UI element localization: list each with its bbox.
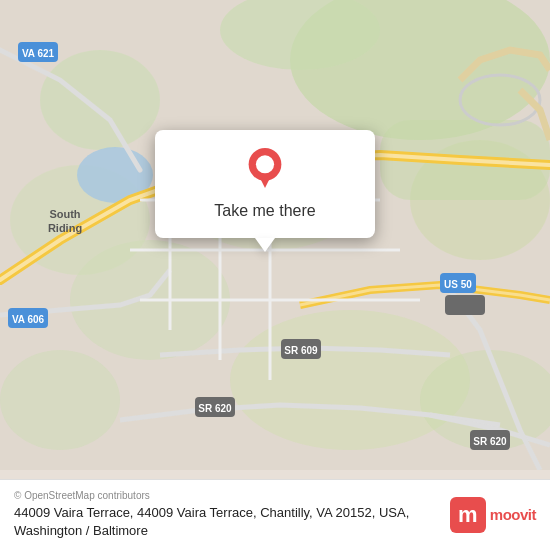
moovit-logo-icon: m <box>450 497 486 533</box>
svg-text:VA 606: VA 606 <box>12 314 45 325</box>
map-background: US 50 US 50 VA 621 VA 606 SR 609 SR 620 … <box>0 0 550 550</box>
svg-point-39 <box>256 155 274 173</box>
bottom-bar: © OpenStreetMap contributors 44009 Vaira… <box>0 479 550 550</box>
svg-text:South: South <box>49 208 80 220</box>
address-block: © OpenStreetMap contributors 44009 Vaira… <box>14 490 450 540</box>
svg-text:VA 621: VA 621 <box>22 48 55 59</box>
map-container: US 50 US 50 VA 621 VA 606 SR 609 SR 620 … <box>0 0 550 550</box>
moovit-logo-text: moovit <box>490 506 536 523</box>
take-me-there-button[interactable]: Take me there <box>206 198 323 224</box>
svg-text:SR 609: SR 609 <box>284 345 318 356</box>
location-pin-icon <box>245 148 285 188</box>
svg-text:Riding: Riding <box>48 222 82 234</box>
moovit-logo: m moovit <box>450 497 536 533</box>
copyright-text: © OpenStreetMap contributors <box>14 490 440 501</box>
popup-card: Take me there <box>155 130 375 238</box>
svg-text:SR 620: SR 620 <box>198 403 232 414</box>
svg-point-9 <box>0 350 120 450</box>
svg-text:US 50: US 50 <box>444 279 472 290</box>
svg-rect-34 <box>445 295 485 315</box>
address-text: 44009 Vaira Terrace, 44009 Vaira Terrace… <box>14 504 440 540</box>
svg-marker-40 <box>258 173 273 188</box>
svg-point-3 <box>40 50 160 150</box>
svg-text:SR 620: SR 620 <box>473 436 507 447</box>
